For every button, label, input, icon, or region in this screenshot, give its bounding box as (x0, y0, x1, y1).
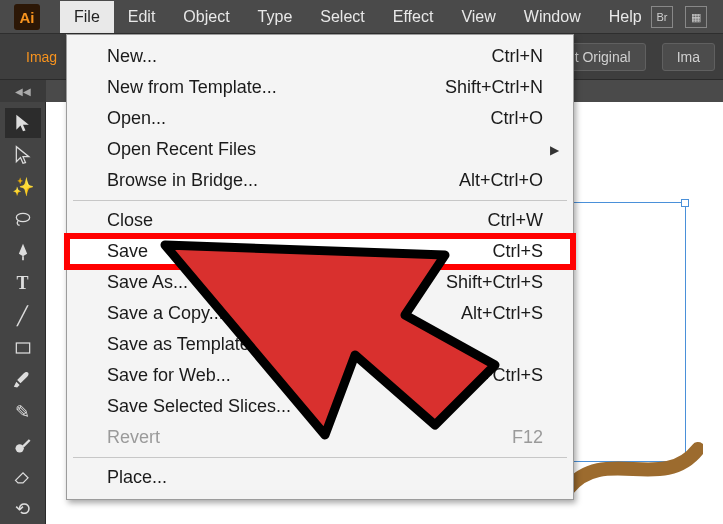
lasso-tool[interactable] (5, 204, 41, 234)
menu-help[interactable]: Help (595, 1, 656, 33)
svg-point-2 (15, 444, 23, 452)
pen-tool[interactable] (5, 237, 41, 267)
menu-separator (73, 200, 567, 201)
menu-item-open[interactable]: Open...Ctrl+O (67, 103, 573, 134)
menu-item-save-as[interactable]: Save As...Shift+Ctrl+S (67, 267, 573, 298)
blob-brush-tool[interactable] (5, 430, 41, 460)
rectangle-tool[interactable] (5, 333, 41, 363)
menu-item-new[interactable]: New...Ctrl+N (67, 41, 573, 72)
paintbrush-tool[interactable] (5, 365, 41, 395)
app-logo: Ai (14, 4, 40, 30)
image-trace-label[interactable]: Imag (12, 44, 71, 70)
bridge-icon[interactable]: Br (651, 6, 673, 28)
image-trace-button[interactable]: Ima (662, 43, 715, 71)
panel-collapse[interactable]: ◀◀ (0, 80, 46, 102)
menu-item-revert: RevertF12 (67, 422, 573, 453)
rotate-tool[interactable]: ⟲ (5, 494, 41, 524)
menu-item-save[interactable]: SaveCtrl+S (67, 236, 573, 267)
menubar: Ai File Edit Object Type Select Effect V… (0, 0, 723, 34)
menu-item-browse-bridge[interactable]: Browse in Bridge...Alt+Ctrl+O (67, 165, 573, 196)
menu-item-save-copy[interactable]: Save a Copy...Alt+Ctrl+S (67, 298, 573, 329)
pencil-tool[interactable]: ✎ (5, 397, 41, 427)
menu-item-save-web[interactable]: Save for Web...Alt+Shift+Ctrl+S (67, 360, 573, 391)
type-tool[interactable]: T (5, 269, 41, 299)
menu-window[interactable]: Window (510, 1, 595, 33)
file-menu-dropdown: New...Ctrl+N New from Template...Shift+C… (66, 34, 574, 500)
submenu-arrow-icon: ▶ (550, 143, 559, 157)
menu-effect[interactable]: Effect (379, 1, 448, 33)
svg-point-0 (16, 213, 29, 221)
artwork-stroke (563, 434, 703, 504)
resize-handle[interactable] (681, 199, 689, 207)
line-tool[interactable]: ╱ (5, 301, 41, 331)
menu-item-close[interactable]: CloseCtrl+W (67, 205, 573, 236)
menu-item-open-recent[interactable]: Open Recent Files▶ (67, 134, 573, 165)
menu-edit[interactable]: Edit (114, 1, 170, 33)
menu-item-place[interactable]: Place... (67, 462, 573, 493)
menubar-right: Br ▦ (651, 6, 707, 28)
eraser-tool[interactable] (5, 462, 41, 492)
menu-type[interactable]: Type (244, 1, 307, 33)
menu-view[interactable]: View (447, 1, 509, 33)
magic-wand-tool[interactable]: ✨ (5, 172, 41, 202)
menu-item-save-template[interactable]: Save as Template... (67, 329, 573, 360)
menu-select[interactable]: Select (306, 1, 378, 33)
menu-item-new-template[interactable]: New from Template...Shift+Ctrl+N (67, 72, 573, 103)
selection-tool[interactable] (5, 108, 41, 138)
svg-rect-1 (16, 343, 29, 353)
tool-panel: ✨ T ╱ ✎ ⟲ (0, 102, 46, 524)
menu-file[interactable]: File (60, 1, 114, 33)
arrange-icon[interactable]: ▦ (685, 6, 707, 28)
menu-object[interactable]: Object (169, 1, 243, 33)
menu-item-save-slices[interactable]: Save Selected Slices... (67, 391, 573, 422)
menu-separator (73, 457, 567, 458)
direct-selection-tool[interactable] (5, 140, 41, 170)
